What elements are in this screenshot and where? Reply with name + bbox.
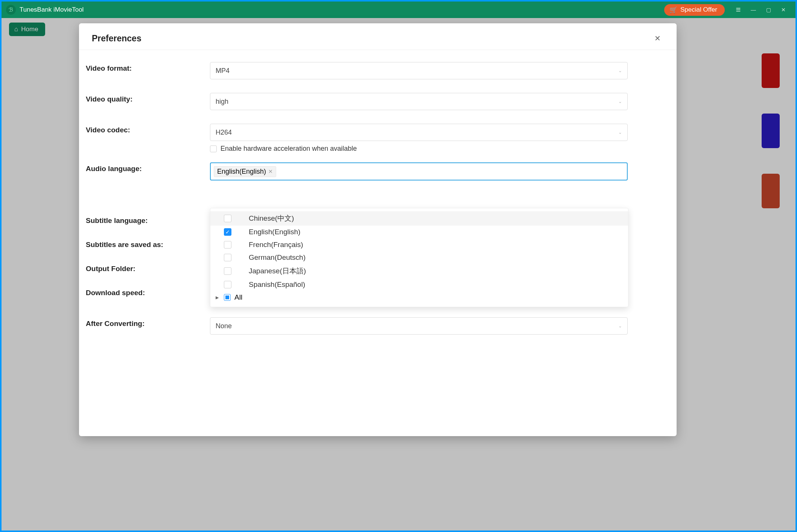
hw-accel-label: Enable hardware acceleration when availa… <box>221 145 357 153</box>
label-video-quality: Video quality: <box>86 93 210 103</box>
label-audio-language: Audio language: <box>86 162 210 173</box>
dropdown-option-english[interactable]: English(English) <box>210 226 628 238</box>
label-subtitles-saved-as: Subtitles are saved as: <box>86 238 210 249</box>
close-icon[interactable]: ✕ <box>651 32 664 44</box>
hw-accel-checkbox[interactable] <box>210 146 217 152</box>
special-offer-label: Special Offer <box>680 6 717 14</box>
menu-icon[interactable]: ≡ <box>731 2 746 17</box>
expand-caret-icon[interactable]: ▶ <box>216 295 219 300</box>
select-after-converting[interactable]: None ⌄ <box>210 317 628 335</box>
row-video-format: Video format: MP4 ⌄ <box>86 62 670 79</box>
label-video-codec: Video codec: <box>86 124 210 134</box>
dropdown-option-german[interactable]: German(Deutsch) <box>210 251 628 264</box>
label-subtitle-language: Subtitle language: <box>86 214 210 225</box>
window-close-button[interactable]: ✕ <box>776 2 791 17</box>
preferences-modal: Preferences ✕ Video format: MP4 ⌄ Video … <box>79 23 677 436</box>
label-output-folder: Output Folder: <box>86 262 210 273</box>
row-audio-language: Audio language: English(English) ✕ <box>86 162 670 180</box>
label-after-converting: After Converting: <box>86 317 210 328</box>
option-checkbox[interactable] <box>224 254 231 261</box>
option-checkbox[interactable] <box>224 215 231 222</box>
label-download-speed: Download speed: <box>86 286 210 297</box>
chevron-down-icon: ⌄ <box>618 323 622 329</box>
modal-header: Preferences ✕ <box>79 23 677 50</box>
dropdown-option-french[interactable]: French(Français) <box>210 238 628 251</box>
select-video-codec[interactable]: H264 ⌄ <box>210 124 628 141</box>
hw-accel-checkbox-row[interactable]: Enable hardware acceleration when availa… <box>210 145 628 153</box>
dropdown-option-all[interactable]: ▶ All <box>210 291 628 304</box>
label-video-format: Video format: <box>86 62 210 73</box>
row-video-codec: Video codec: H264 ⌄ Enable hardware acce… <box>86 124 670 153</box>
dropdown-option-japanese[interactable]: Japanese(日本語) <box>210 264 628 278</box>
app-title: TunesBank iMovieTool <box>20 6 664 14</box>
multiselect-audio-language[interactable]: English(English) ✕ <box>210 162 628 180</box>
chevron-down-icon: ⌄ <box>618 68 622 73</box>
modal-title: Preferences <box>92 33 651 44</box>
audio-language-tag: English(English) ✕ <box>214 166 276 177</box>
maximize-button[interactable]: ▢ <box>761 2 776 17</box>
select-video-format[interactable]: MP4 ⌄ <box>210 62 628 79</box>
cart-icon: 🛒 <box>669 6 677 14</box>
minimize-button[interactable]: — <box>746 2 761 17</box>
option-checkbox[interactable] <box>224 267 231 275</box>
app-body: ⌂ Home Preferences ✕ Video format: MP4 ⌄ <box>2 18 795 530</box>
row-video-quality: Video quality: high ⌄ <box>86 93 670 110</box>
special-offer-button[interactable]: 🛒 Special Offer <box>664 4 725 16</box>
option-checkbox[interactable] <box>224 281 231 288</box>
chevron-down-icon: ⌄ <box>618 130 622 135</box>
all-checkbox-indeterminate[interactable] <box>224 294 231 301</box>
row-after-converting: After Converting: None ⌄ <box>86 317 670 335</box>
option-checkbox[interactable] <box>224 228 231 236</box>
chevron-down-icon: ⌄ <box>618 99 622 104</box>
dropdown-option-chinese[interactable]: Chinese(中文) <box>210 211 628 226</box>
dropdown-option-spanish[interactable]: Spanish(Español) <box>210 278 628 291</box>
app-logo-icon: ℬ <box>6 5 16 15</box>
titlebar: ℬ TunesBank iMovieTool 🛒 Special Offer ≡… <box>2 2 795 18</box>
tag-remove-icon[interactable]: ✕ <box>268 168 273 174</box>
select-video-quality[interactable]: high ⌄ <box>210 93 628 110</box>
option-checkbox[interactable] <box>224 241 231 249</box>
audio-language-dropdown: Chinese(中文) English(English) French(Fran… <box>210 208 628 307</box>
modal-body: Video format: MP4 ⌄ Video quality: high … <box>79 50 677 436</box>
